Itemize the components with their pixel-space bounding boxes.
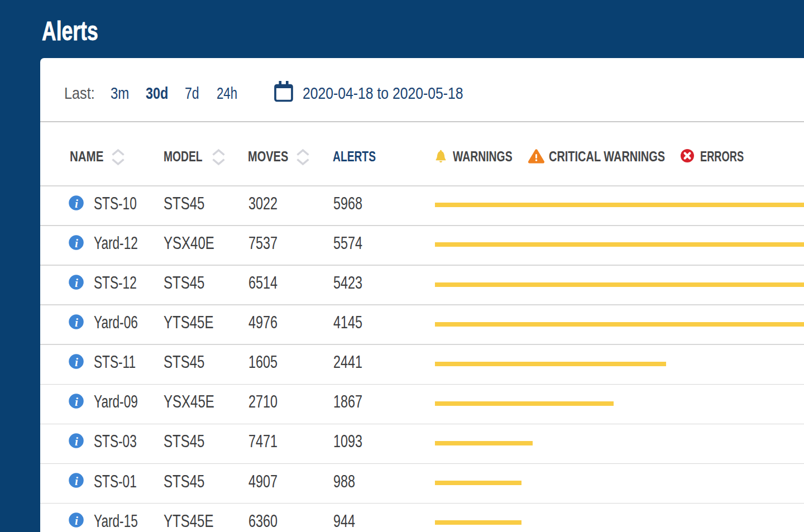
svg-text:i: i <box>75 276 78 290</box>
svg-text:i: i <box>75 197 78 210</box>
svg-text:i: i <box>75 435 78 448</box>
svg-text:i: i <box>75 395 78 409</box>
svg-text:i: i <box>75 475 78 488</box>
svg-text:i: i <box>75 316 78 329</box>
svg-text:i: i <box>75 356 78 369</box>
svg-text:i: i <box>75 237 78 250</box>
svg-text:i: i <box>75 514 78 528</box>
